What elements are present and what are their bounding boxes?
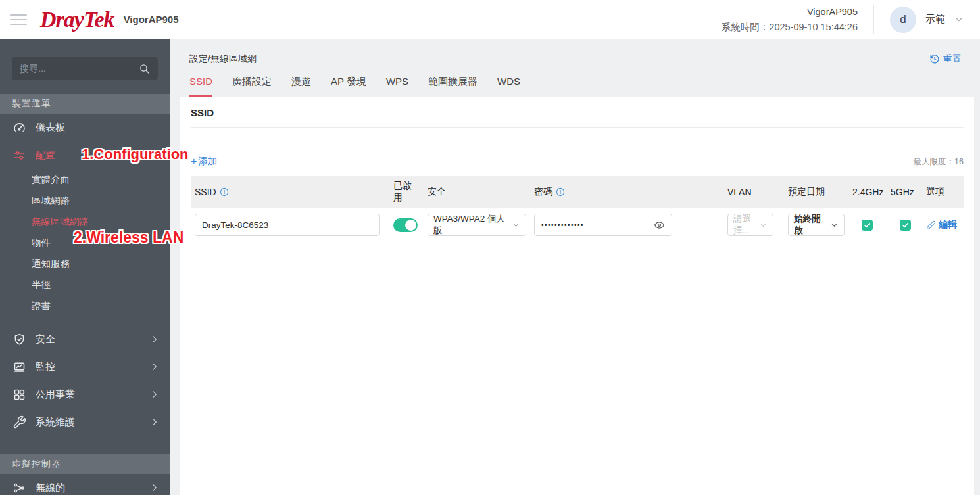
table-header: SSID 已啟用 安全 密碼 VLAN 預定日期 2.4GHz 5GHz 選項 xyxy=(191,176,964,208)
reset-button[interactable]: 重置 xyxy=(929,53,962,65)
col-password: 密碼 xyxy=(530,182,723,202)
max-limit-label: 最大限度：16 xyxy=(914,156,964,168)
history-reset-icon xyxy=(929,54,940,64)
chevron-down-icon xyxy=(830,221,839,229)
tab-bar: SSID 廣播設定 漫遊 AP 發現 WPS 範圍擴展器 WDS xyxy=(170,76,980,97)
tab-ap-discovery[interactable]: AP 發現 xyxy=(331,76,366,97)
search-input[interactable] xyxy=(20,63,139,74)
system-device-name: VigorAP905 xyxy=(722,5,858,19)
branch-nodes-icon xyxy=(12,481,26,495)
vlan-select[interactable]: 請選擇... xyxy=(727,214,773,236)
avatar[interactable]: d xyxy=(890,7,916,33)
sidebar: 裝置選單 儀表板 配置 實體介面 區域網路 無線區域網路 物件 通知服務 半徑 … xyxy=(0,39,170,495)
main-content: 設定/無線區域網 重置 SSID 廣播設定 漫遊 AP 發現 WPS 範圍擴展器… xyxy=(170,39,980,495)
tab-wps[interactable]: WPS xyxy=(386,76,408,97)
breadcrumb: 設定/無線區域網 xyxy=(189,53,257,65)
sidebar-item-label: 安全 xyxy=(36,333,55,346)
plus-icon: + xyxy=(191,156,197,168)
system-info: VigorAP905 系統時間：2025-09-10 15:44:26 xyxy=(722,5,858,34)
col-options: 選項 xyxy=(922,182,964,202)
sidebar-section-device-menu: 裝置選單 xyxy=(0,94,170,114)
chevron-right-icon xyxy=(150,390,159,399)
sidebar-item-configuration[interactable]: 配置 xyxy=(0,141,170,169)
sidebar-item-wireless-lan[interactable]: 無線區域網路 xyxy=(0,211,170,232)
sidebar-search[interactable] xyxy=(12,57,158,80)
enabled-toggle[interactable] xyxy=(393,218,418,232)
chevron-right-icon xyxy=(150,335,159,344)
info-icon[interactable] xyxy=(220,187,229,197)
sidebar-item-label: 配置 xyxy=(36,149,55,162)
col-ssid: SSID xyxy=(191,183,389,201)
tab-radio-settings[interactable]: 廣播設定 xyxy=(232,76,272,97)
sidebar-item-objects[interactable]: 物件 xyxy=(0,232,170,253)
chevron-right-icon xyxy=(150,362,159,371)
sidebar-item-utilities[interactable]: 公用事業 xyxy=(0,381,170,408)
tab-wds[interactable]: WDS xyxy=(497,76,520,97)
sidebar-item-system-maintenance[interactable]: 系統維護 xyxy=(0,408,170,436)
add-ssid-button[interactable]: +添加 xyxy=(191,155,217,168)
chevron-right-icon xyxy=(150,483,159,492)
gauge-icon xyxy=(12,121,26,135)
sidebar-item-label: 監控 xyxy=(36,361,55,373)
wrench-icon xyxy=(12,415,26,429)
sidebar-item-notification[interactable]: 通知服務 xyxy=(0,253,170,274)
sidebar-item-label: 儀表板 xyxy=(36,122,65,134)
hamburger-menu-icon[interactable] xyxy=(10,11,27,28)
user-name: 示範 xyxy=(925,13,945,26)
brand-logo: DrayTek xyxy=(40,7,114,32)
grid-apps-icon xyxy=(12,388,26,402)
sidebar-section-virtual-controller: 虛擬控制器 xyxy=(0,454,170,474)
col-vlan: VLAN xyxy=(723,183,784,201)
info-icon[interactable] xyxy=(556,187,565,197)
section-title: SSID xyxy=(191,97,964,128)
password-field[interactable]: ••••••••••••• xyxy=(534,214,672,236)
sliders-icon xyxy=(12,149,26,162)
tab-roaming[interactable]: 漫遊 xyxy=(291,76,311,97)
sidebar-item-label: 無線的 xyxy=(36,482,65,494)
sidebar-item-wireless[interactable]: 無線的 xyxy=(0,474,170,495)
ssid-input[interactable] xyxy=(195,214,380,236)
band-5ghz-checkbox[interactable] xyxy=(900,220,911,231)
shield-icon xyxy=(12,333,26,346)
col-security: 安全 xyxy=(424,182,530,202)
pencil-icon xyxy=(926,220,936,230)
device-model: VigorAP905 xyxy=(124,14,179,25)
search-icon[interactable] xyxy=(139,63,150,74)
chevron-right-icon xyxy=(150,417,159,427)
table-row: WPA3/WPA2 個人版 ••••••••••••• 請選擇... xyxy=(191,208,964,242)
sidebar-item-label: 公用事業 xyxy=(36,389,75,401)
header-divider xyxy=(873,5,874,34)
col-schedule: 預定日期 xyxy=(784,182,848,202)
chevron-down-icon xyxy=(759,221,768,229)
schedule-select[interactable]: 始終開啟 xyxy=(788,214,845,236)
sidebar-item-dashboard[interactable]: 儀表板 xyxy=(0,114,170,141)
col-enabled: 已啟用 xyxy=(389,176,424,208)
security-select[interactable]: WPA3/WPA2 個人版 xyxy=(428,214,526,236)
tab-range-extender[interactable]: 範圍擴展器 xyxy=(428,76,478,97)
col-band-5ghz: 5GHz xyxy=(887,183,922,201)
sidebar-item-radius[interactable]: 半徑 xyxy=(0,274,170,295)
sidebar-item-lan[interactable]: 區域網路 xyxy=(0,190,170,211)
sidebar-item-label: 系統維護 xyxy=(36,416,75,429)
sidebar-item-monitoring[interactable]: 監控 xyxy=(0,353,170,381)
app-header: DrayTek VigorAP905 VigorAP905 系統時間：2025-… xyxy=(0,0,980,39)
system-time: 系統時間：2025-09-10 15:44:26 xyxy=(722,20,858,34)
edit-button[interactable]: 編輯 xyxy=(926,219,957,231)
chevron-down-icon xyxy=(512,221,520,229)
col-band-24ghz: 2.4GHz xyxy=(848,183,887,201)
band-24ghz-checkbox[interactable] xyxy=(862,220,873,231)
monitor-chart-icon xyxy=(12,360,26,374)
eye-icon[interactable] xyxy=(654,220,665,231)
chevron-down-icon xyxy=(954,15,964,24)
sidebar-item-physical-interface[interactable]: 實體介面 xyxy=(0,169,170,190)
password-masked-value: ••••••••••••• xyxy=(541,222,584,229)
user-menu[interactable]: d 示範 xyxy=(890,7,964,33)
sidebar-item-certificate[interactable]: 證書 xyxy=(0,295,170,316)
sidebar-item-security[interactable]: 安全 xyxy=(0,325,170,353)
ssid-card: SSID +添加 最大限度：16 SSID 已啟用 安全 密碼 VLAN xyxy=(180,97,974,495)
tab-ssid[interactable]: SSID xyxy=(189,76,212,97)
